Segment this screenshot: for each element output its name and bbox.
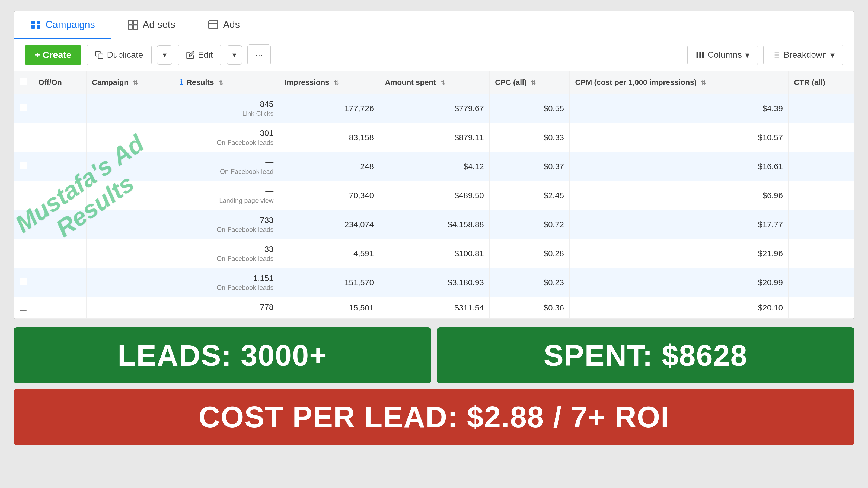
row-campaign-cell (86, 239, 174, 268)
row-results-cell: 33 On-Facebook leads (174, 239, 279, 268)
tab-campaigns[interactable]: Campaigns (14, 11, 111, 39)
breakdown-chevron: ▾ (830, 50, 835, 60)
impressions-sort-icon[interactable]: ⇅ (334, 79, 339, 87)
row-ctr-cell (788, 123, 854, 152)
campaign-sort-icon[interactable]: ⇅ (133, 79, 138, 87)
th-off-on: Off/On (33, 71, 87, 94)
th-cpm: CPM (cost per 1,000 impressions) ⇅ (569, 71, 788, 94)
row-checkbox[interactable] (20, 104, 27, 111)
tab-campaigns-label: Campaigns (45, 19, 95, 30)
tab-ads[interactable]: Ads (191, 11, 256, 39)
row-cpm-cell: $20.99 (569, 268, 788, 297)
tab-ads-label: Ads (223, 19, 240, 30)
th-checkbox (14, 71, 33, 94)
th-amount-spent-label: Amount spent (385, 78, 436, 87)
create-button[interactable]: + Create (25, 45, 81, 65)
table-row: 1,151 On-Facebook leads 151,570 $3,180.9… (14, 268, 854, 297)
row-checkbox[interactable] (20, 303, 27, 311)
row-ctr-cell (788, 268, 854, 297)
cpl-banner: COST PER LEAD: $2.88 / 7+ ROI (13, 389, 855, 445)
spent-banner: SPENT: $8628 (437, 327, 855, 383)
row-toggle-cell (33, 210, 87, 239)
results-sort-icon[interactable]: ⇅ (218, 79, 223, 87)
table-row: 33 On-Facebook leads 4,591 $100.81 $0.28… (14, 239, 854, 268)
row-campaign-cell (86, 94, 174, 123)
row-campaign-cell (86, 297, 174, 319)
svg-rect-6 (128, 25, 132, 29)
cpc-sort-icon[interactable]: ⇅ (531, 79, 536, 87)
row-toggle-cell (33, 181, 87, 210)
breakdown-button[interactable]: Breakdown ▾ (763, 45, 843, 65)
row-checkbox[interactable] (20, 133, 27, 140)
row-amount-cell: $3,180.93 (379, 268, 490, 297)
row-toggle-cell (33, 123, 87, 152)
row-checkbox[interactable] (20, 162, 27, 169)
svg-rect-10 (98, 54, 103, 59)
row-results-sub: On-Facebook leads (180, 139, 273, 147)
row-checkbox[interactable] (20, 191, 27, 198)
row-checkbox[interactable] (20, 249, 27, 257)
row-cpc-cell: $0.55 (489, 94, 569, 123)
row-results-cell: — On-Facebook lead (174, 152, 279, 181)
row-amount-cell: $779.67 (379, 94, 490, 123)
svg-rect-0 (31, 21, 35, 24)
row-results-sub: On-Facebook lead (180, 168, 273, 175)
row-toggle-cell (33, 297, 87, 319)
cpl-banner-text: COST PER LEAD: $2.88 / 7+ ROI (198, 400, 670, 434)
banner-row-1: LEADS: 3000+ SPENT: $8628 (13, 327, 855, 383)
edit-dropdown[interactable]: ▾ (227, 45, 242, 65)
row-amount-cell: $4,158.88 (379, 210, 490, 239)
th-cpc-label: CPC (all) (495, 78, 527, 87)
select-all-checkbox[interactable] (20, 77, 27, 85)
svg-rect-5 (133, 20, 137, 24)
svg-rect-3 (37, 25, 40, 29)
row-ctr-cell (788, 152, 854, 181)
row-ctr-cell (788, 297, 854, 319)
row-results-cell: 733 On-Facebook leads (174, 210, 279, 239)
th-campaign: Campaign ⇅ (86, 71, 174, 94)
row-checkbox-cell (14, 210, 33, 239)
row-ctr-cell (788, 181, 854, 210)
tab-adsets[interactable]: Ad sets (111, 11, 191, 39)
row-impressions-cell: 70,340 (279, 181, 379, 210)
row-results-sub: Landing page view (180, 197, 273, 204)
row-impressions-cell: 234,074 (279, 210, 379, 239)
row-campaign-cell (86, 210, 174, 239)
row-cpm-cell: $10.57 (569, 123, 788, 152)
svg-rect-11 (696, 52, 698, 58)
row-toggle-cell (33, 239, 87, 268)
columns-icon (696, 51, 705, 59)
row-cpc-cell: $0.28 (489, 239, 569, 268)
row-results-sub: On-Facebook leads (180, 226, 273, 233)
results-info-icon[interactable]: ℹ (180, 78, 183, 87)
row-amount-cell: $311.54 (379, 297, 490, 319)
duplicate-label: Duplicate (107, 50, 143, 60)
columns-button[interactable]: Columns ▾ (687, 45, 758, 65)
svg-rect-4 (128, 20, 132, 24)
breakdown-label: Breakdown (784, 50, 827, 60)
duplicate-dropdown[interactable]: ▾ (157, 45, 172, 65)
main-container: Campaigns Ad sets Ads + Create (13, 11, 855, 319)
row-cpm-cell: $20.10 (569, 297, 788, 319)
svg-rect-2 (31, 25, 35, 29)
duplicate-button[interactable]: Duplicate (87, 45, 151, 65)
edit-button[interactable]: Edit (178, 45, 221, 65)
leads-banner: LEADS: 3000+ (13, 327, 431, 383)
row-amount-cell: $4.12 (379, 152, 490, 181)
row-checkbox[interactable] (20, 220, 27, 227)
row-cpc-cell: $0.36 (489, 297, 569, 319)
more-button[interactable]: ··· (247, 44, 271, 65)
row-impressions-cell: 248 (279, 152, 379, 181)
svg-rect-13 (702, 52, 704, 58)
amount-sort-icon[interactable]: ⇅ (440, 79, 445, 87)
row-ctr-cell (788, 210, 854, 239)
row-campaign-cell (86, 123, 174, 152)
campaigns-table: Off/On Campaign ⇅ ℹ Results ⇅ Impression… (14, 71, 854, 319)
row-campaign-cell (86, 152, 174, 181)
columns-chevron: ▾ (745, 50, 749, 60)
row-amount-cell: $879.11 (379, 123, 490, 152)
row-checkbox[interactable] (20, 278, 27, 286)
row-impressions-cell: 4,591 (279, 239, 379, 268)
leads-banner-text: LEADS: 3000+ (118, 338, 328, 372)
cpm-sort-icon[interactable]: ⇅ (701, 79, 706, 87)
